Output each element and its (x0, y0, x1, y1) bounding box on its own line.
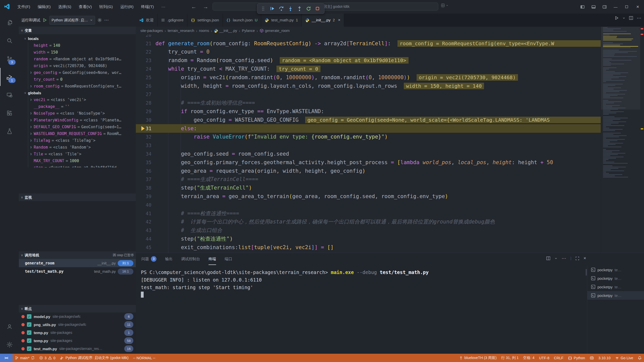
variable-row[interactable]: try_count=0 (28, 76, 136, 83)
variable-row[interactable]: ❯vec2i=<class 'vec2i'> (28, 96, 136, 103)
menu-item[interactable]: 编辑(E) (34, 3, 54, 11)
python-version[interactable]: 3.10.10 (596, 354, 613, 362)
code-line-43[interactable]: 43 # 生成出口组合 (136, 226, 644, 235)
panel-tab-终端[interactable]: 终端 (209, 253, 216, 265)
command-center[interactable]: [扩展开发宿主] godot-ldtk (213, 3, 438, 11)
code-line-21[interactable]: 21def generate_room(room_config: RoomReq… (136, 39, 644, 48)
code-line-28[interactable]: 28 # ====生成初始地理信息==== (136, 99, 644, 107)
checkbox-checked-icon[interactable]: ✓ (27, 330, 31, 335)
activity-account[interactable] (0, 318, 19, 336)
code-line-22[interactable]: 22 try_count = 0 (136, 48, 644, 56)
breakpoint-row[interactable]: ✓temp.pysite-packages58 (19, 337, 136, 345)
code-line-24[interactable]: 24 while try_count < MAX_TRY_COUNT:try_c… (136, 65, 644, 73)
code-line-37[interactable]: 37 # ====生成TerrainCell==== (136, 175, 644, 184)
activity-files[interactable] (0, 14, 19, 32)
code-line-39[interactable]: 39 terrain_area = geo_area_to_terrain(ge… (136, 192, 644, 201)
variable-row[interactable]: ❯room_config=RoomRequestConfig(env_t… (28, 83, 136, 89)
terminal-list-item[interactable]: pocketpyte… (587, 265, 644, 274)
code-editor[interactable]: 2021def generate_room(room_config: RoomR… (136, 35, 644, 253)
frame-button[interactable] (575, 256, 579, 260)
line-number[interactable]: 36 (136, 168, 151, 174)
line-number[interactable]: 22 (136, 49, 151, 55)
run-button[interactable] (615, 16, 619, 20)
tab-test_math.py[interactable]: test_math.py1 (261, 14, 302, 27)
more-button[interactable]: ⋯ (561, 255, 566, 261)
variable-row[interactable]: random=<Random object at 0x1bf9d01e… (28, 56, 136, 62)
git-blame[interactable]: blueloveTH (3 周前) (457, 354, 499, 362)
line-number[interactable]: 38 (136, 185, 151, 191)
layout-dropdown-icon[interactable] (441, 4, 449, 7)
activity-testing[interactable] (0, 122, 19, 140)
code-line-27[interactable]: 27 (136, 90, 644, 99)
problems[interactable]: 30 (37, 354, 58, 362)
encoding[interactable]: UTF-8 (537, 354, 552, 362)
maximize-button[interactable] (622, 3, 631, 11)
line-number[interactable]: 43 (136, 228, 151, 233)
line-number[interactable]: 30 (136, 117, 151, 123)
variable-row[interactable]: ❯WASTELAND_ROOM_REQUEST_CONFIG=RoomR… (28, 130, 136, 137)
panel-tab-调试控制台[interactable]: 调试控制台 (181, 253, 200, 265)
activity-run-debug[interactable]: 1 (0, 68, 19, 86)
menu-item[interactable]: 运行(R) (117, 3, 137, 11)
code-line-32[interactable]: 32 raise ValueError(f"Invalid env type: … (136, 133, 644, 141)
menu-item[interactable]: 终端(T) (138, 3, 157, 11)
tab-.gdignore[interactable]: .gdignore (157, 14, 187, 27)
split-button[interactable] (629, 16, 633, 20)
call-stack-section-header[interactable]: ∨调用堆栈因 step 已暂停 (19, 251, 136, 259)
language-mode[interactable]: {}Python (566, 354, 587, 362)
terminal-list-item[interactable]: pocketpyte… (587, 283, 644, 291)
checkbox-checked-icon[interactable]: ✓ (27, 322, 31, 327)
toggle-secondary-sidebar-button[interactable] (600, 3, 609, 11)
variable-group[interactable]: ∨globals (19, 89, 136, 96)
code-line-25[interactable]: 25 origin = vec2i(random.randint(0, 1000… (136, 73, 644, 82)
variable-row[interactable]: ❯geo_config=GeoConfig(seed=None, wor… (28, 69, 136, 76)
git-branch[interactable]: main* (13, 354, 37, 362)
breakpoints-section-header[interactable]: ∨断点 (19, 305, 136, 312)
overview-ruler[interactable] (640, 27, 644, 253)
line-number[interactable]: 21 (136, 41, 151, 46)
breadcrumb-item[interactable]: generate_room (260, 29, 290, 33)
step-into-button[interactable] (286, 5, 295, 13)
line-number[interactable]: 33 (136, 143, 151, 148)
line-number[interactable]: 26 (136, 83, 151, 89)
stop-button[interactable] (313, 5, 322, 13)
step-out-button[interactable] (295, 5, 304, 13)
code-line-34[interactable]: 34 geo_config.seed = room_config.seed (136, 150, 644, 158)
variable-row[interactable]: ❯Random=<class 'Random'> (28, 144, 136, 151)
code-line-36[interactable]: 36 geo_area = request_area(origin, width… (136, 167, 644, 175)
checkbox-checked-icon[interactable]: ✓ (27, 314, 31, 319)
line-number[interactable]: 44 (136, 236, 151, 242)
notifications[interactable] (635, 354, 644, 362)
variable-row[interactable]: width=150 (28, 49, 136, 56)
line-number[interactable]: 40 (136, 202, 151, 208)
split-button[interactable] (546, 256, 550, 260)
variable-group[interactable]: ∨locals (19, 35, 136, 42)
more-actions-icon[interactable]: ⋯ (104, 17, 109, 23)
close-button[interactable]: × (583, 256, 586, 261)
panel-tab-问题[interactable]: 问题3 (141, 253, 156, 265)
breadcrumb-item[interactable]: __init__.py (214, 29, 237, 33)
variable-row[interactable]: MAX_TRY_COUNT=1000 (28, 157, 136, 164)
line-number[interactable]: 32 (136, 134, 151, 140)
terminal-list-scrollbar[interactable] (586, 269, 587, 276)
code-line-30[interactable]: 30 geo_config = WASTELAND_GEO_CONFIGgeo_… (136, 116, 644, 124)
code-line-44[interactable]: 44 step("检查连通性") (136, 235, 644, 243)
menu-item[interactable]: 转到(G) (96, 3, 116, 11)
eol[interactable]: CRLF (552, 354, 566, 362)
forward-icon[interactable]: → (203, 4, 208, 10)
terminal-list-item[interactable]: pocketpyte… (587, 291, 644, 300)
activity-extensions[interactable] (0, 104, 19, 122)
line-number[interactable]: 20 (136, 35, 151, 38)
stack-frame[interactable]: test/test_math.pytest_math.py16:1 (19, 267, 136, 276)
line-number[interactable]: 23 (136, 58, 151, 63)
debug-config-select[interactable]: Python 调试程序: 启… (49, 16, 95, 25)
start-debug-icon[interactable] (43, 18, 47, 22)
code-line-33[interactable]: 33 (136, 141, 644, 150)
tab-settings.json[interactable]: {}settings.json (187, 14, 223, 27)
code-line-45[interactable]: 45 exit_combinations:list[tuple[vec2i, v… (136, 243, 644, 252)
menu-item[interactable]: 文件(F) (14, 3, 33, 11)
checkbox-checked-icon[interactable]: ✓ (27, 338, 31, 343)
code-line-20[interactable]: 20 (136, 35, 644, 39)
breakpoint-row[interactable]: ✓temp.pysite-packages1 (19, 329, 136, 337)
line-number[interactable]: 35 (136, 160, 151, 165)
